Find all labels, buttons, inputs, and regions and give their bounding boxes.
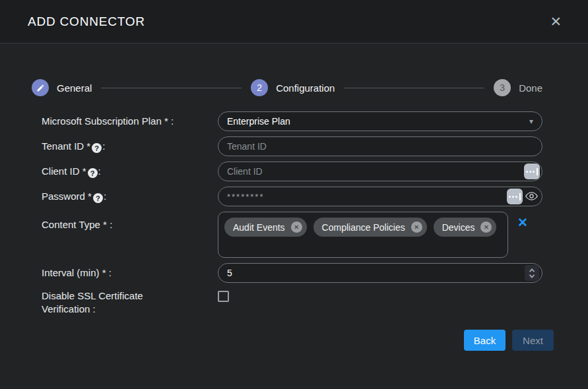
ssl-verification-checkbox[interactable] — [218, 291, 229, 302]
password-colon: : — [104, 191, 106, 202]
chip-label: Audit Events — [233, 222, 285, 233]
subscription-plan-select[interactable]: Enterprise Plan ▾ — [218, 111, 542, 131]
number-stepper[interactable] — [525, 265, 539, 281]
interval-row: Interval (min) * : — [0, 263, 588, 283]
chip-remove-icon[interactable]: ✕ — [291, 222, 302, 233]
pencil-icon — [36, 84, 45, 92]
modal-header: ADD CONNECTOR ✕ — [0, 0, 588, 44]
help-icon[interactable]: ? — [92, 143, 102, 153]
close-icon[interactable]: ✕ — [550, 15, 562, 28]
content-type-label: Content Type * : — [0, 212, 218, 231]
chevron-down-icon — [529, 272, 535, 278]
step-done-label: Done — [519, 82, 542, 94]
chip-remove-icon[interactable]: ✕ — [411, 222, 422, 233]
step-configuration-label: Configuration — [276, 82, 335, 94]
page-title: ADD CONNECTOR — [28, 15, 145, 29]
stepper-connector — [101, 88, 242, 88]
interval-label: Interval (min) * : — [0, 266, 218, 280]
chip-remove-icon[interactable]: ✕ — [480, 222, 492, 233]
step-general-circle — [32, 79, 49, 96]
chip-label: Compliance Policies — [322, 222, 405, 233]
chip-label: Devices — [442, 222, 475, 233]
interval-input[interactable] — [218, 263, 542, 283]
client-id-label: Client ID * — [42, 165, 86, 177]
chip-devices: Devices ✕ — [434, 218, 497, 237]
step-done[interactable]: 3 Done — [494, 79, 542, 96]
tenant-id-colon: : — [102, 140, 105, 152]
ssl-verification-row: Disable SSL Certificate Verification : — [0, 289, 588, 316]
credential-picker-icon[interactable] — [524, 164, 540, 179]
step-general-label: General — [57, 82, 92, 94]
content-type-row: Content Type * : Audit Events ✕ Complian… — [0, 212, 588, 258]
content-type-multiselect[interactable]: Audit Events ✕ Compliance Policies ✕ Dev… — [218, 212, 508, 258]
help-icon[interactable]: ? — [88, 168, 98, 178]
password-input[interactable] — [218, 187, 542, 206]
credential-picker-icon[interactable] — [507, 189, 523, 204]
step-configuration-circle: 2 — [251, 79, 268, 96]
step-general[interactable]: General — [32, 79, 92, 96]
client-id-colon: : — [98, 165, 101, 177]
help-icon[interactable]: ? — [93, 193, 103, 203]
ssl-label-line1: Disable SSL Certificate — [42, 289, 218, 303]
client-id-row: Client ID *?: — [0, 162, 588, 181]
password-row: Password *?: — [0, 187, 588, 206]
chevron-down-icon: ▾ — [529, 117, 533, 126]
client-id-input[interactable] — [218, 162, 542, 181]
ssl-label-line2: Verification : — [42, 303, 218, 316]
stepper-connector — [344, 88, 484, 88]
subscription-plan-row: Microsoft Subscription Plan * : Enterpri… — [0, 111, 588, 131]
back-button[interactable]: Back — [464, 330, 506, 351]
tenant-id-input[interactable] — [218, 136, 542, 156]
next-button[interactable]: Next — [512, 330, 554, 351]
wizard-footer: Back Next — [0, 330, 588, 351]
clear-selection-icon[interactable]: ✕ — [517, 216, 528, 229]
step-configuration[interactable]: 2 Configuration — [251, 79, 335, 96]
show-password-eye-icon[interactable] — [525, 191, 538, 201]
step-done-circle: 3 — [494, 79, 511, 96]
tenant-id-row: Tenant ID *?: — [0, 136, 588, 156]
wizard-stepper: General 2 Configuration 3 Done — [32, 79, 542, 96]
connector-config-form: Microsoft Subscription Plan * : Enterpri… — [0, 111, 588, 316]
subscription-plan-label: Microsoft Subscription Plan * : — [0, 115, 218, 128]
chip-compliance-policies: Compliance Policies ✕ — [313, 218, 427, 237]
subscription-plan-value: Enterprise Plan — [227, 116, 290, 127]
chip-audit-events: Audit Events ✕ — [224, 218, 307, 237]
password-label: Password * — [42, 191, 92, 202]
tenant-id-label: Tenant ID * — [42, 140, 90, 152]
